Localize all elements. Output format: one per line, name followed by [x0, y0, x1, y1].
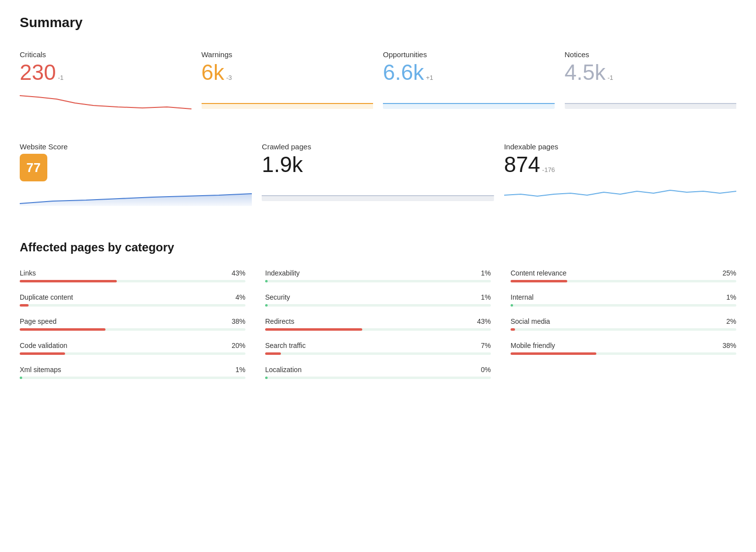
category-grid: Links 43% Duplicate content 4% Page spee… [20, 269, 736, 390]
category-column-0: Links 43% Duplicate content 4% Page spee… [20, 269, 245, 390]
criticals-card: Criticals 230 -1 [20, 45, 192, 118]
indexable-pages-delta: -176 [542, 166, 555, 173]
opportunities-label: Opportunities [383, 50, 555, 59]
list-item: Search traffic 7% [265, 342, 491, 355]
page-title: Summary [20, 15, 736, 31]
list-item: Duplicate content 4% [20, 293, 245, 307]
notices-delta: -1 [608, 74, 614, 81]
list-item: Mobile friendly 38% [511, 342, 736, 355]
list-item: Xml sitemaps 1% [20, 366, 245, 379]
warnings-card: Warnings 6k -3 [202, 45, 374, 118]
warnings-sparkline [202, 88, 374, 113]
summary-grid: Criticals 230 -1 Warnings 6k -3 Opportun… [20, 45, 736, 118]
list-item: Indexability 1% [265, 269, 491, 282]
section-title: Affected pages by category [20, 241, 736, 254]
crawled-pages-value: 1.9k [262, 154, 303, 175]
indexable-pages-value: 874 [504, 154, 540, 175]
category-column-1: Indexability 1% Security 1% Redirects 43… [265, 269, 491, 390]
metrics-grid: Website Score 77 Crawled pages 1.9k [20, 138, 736, 216]
warnings-label: Warnings [202, 50, 374, 59]
list-item: Internal 1% [511, 293, 736, 307]
opportunities-value: 6.6k [383, 62, 424, 83]
crawled-pages-sparkline [262, 180, 494, 205]
list-item: Code validation 20% [20, 342, 245, 355]
notices-sparkline [565, 88, 737, 113]
indexable-pages-sparkline [504, 180, 736, 205]
list-item: Page speed 38% [20, 317, 245, 331]
svg-rect-5 [565, 103, 737, 104]
crawled-pages-label: Crawled pages [262, 142, 494, 151]
website-score-badge: 77 [20, 154, 47, 181]
list-item: Security 1% [265, 293, 491, 307]
criticals-delta: -1 [58, 74, 64, 81]
indexable-pages-label: Indexable pages [504, 142, 736, 151]
category-column-2: Content relevance 25% Internal 1% Social… [511, 269, 736, 390]
criticals-sparkline [20, 88, 192, 113]
warnings-value: 6k [202, 62, 224, 83]
svg-rect-3 [383, 103, 555, 104]
opportunities-card: Opportunities 6.6k +1 [383, 45, 555, 118]
svg-rect-1 [202, 103, 374, 104]
criticals-value: 230 [20, 62, 56, 83]
notices-card: Notices 4.5k -1 [565, 45, 737, 118]
list-item: Social media 2% [511, 317, 736, 331]
website-score-label: Website Score [20, 142, 252, 151]
indexable-pages-card: Indexable pages 874 -176 [504, 138, 736, 216]
list-item: Content relevance 25% [511, 269, 736, 282]
list-item: Links 43% [20, 269, 245, 282]
svg-rect-8 [262, 195, 494, 196]
criticals-label: Criticals [20, 50, 192, 59]
opportunities-delta: +1 [426, 74, 433, 81]
warnings-delta: -3 [226, 74, 232, 81]
website-score-card: Website Score 77 [20, 138, 252, 216]
crawled-pages-card: Crawled pages 1.9k [262, 138, 494, 216]
opportunities-sparkline [383, 88, 555, 113]
list-item: Redirects 43% [265, 317, 491, 331]
notices-value: 4.5k [565, 62, 606, 83]
list-item: Localization 0% [265, 366, 491, 379]
website-score-sparkline [20, 186, 252, 211]
notices-label: Notices [565, 50, 737, 59]
